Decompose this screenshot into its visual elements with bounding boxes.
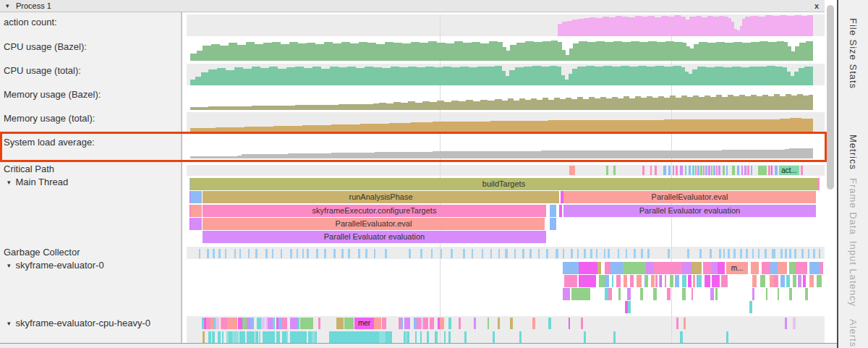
trace-slice[interactable] [550, 218, 556, 230]
skyframe-evaluator-0-event[interactable] [655, 275, 658, 287]
counter-chart-action-count[interactable] [187, 14, 825, 36]
vertical-scrollbar-thumb[interactable] [827, 5, 834, 190]
skyframe-evaluator-0-event[interactable] [653, 262, 660, 274]
garbage-collector-event[interactable] [248, 249, 250, 258]
skyframe-evaluator-cpu-heavy-0-event[interactable] [510, 318, 513, 329]
skyframe-evaluator-0-event[interactable] [675, 275, 679, 287]
skyframe-evaluator-cpu-heavy-0-event[interactable] [222, 318, 227, 329]
skyframe-evaluator-0-event[interactable] [762, 262, 770, 274]
skyframe-evaluator-0-event[interactable] [571, 288, 590, 300]
tab-metrics[interactable]: Metrics [848, 135, 859, 170]
garbage-collector-event[interactable] [571, 249, 573, 258]
skyframe-evaluator-cpu-heavy-0-event[interactable] [464, 331, 467, 343]
skyframe-evaluator-0-event[interactable] [682, 262, 692, 274]
garbage-collector-event[interactable] [207, 249, 209, 258]
skyframe-evaluator-cpu-heavy-0-event[interactable] [286, 331, 288, 343]
garbage-collector-event[interactable] [765, 249, 767, 258]
skyframe-evaluator-0-event[interactable] [640, 288, 643, 300]
garbage-collector-event[interactable] [333, 249, 336, 258]
skyframe-evaluator-cpu-heavy-0-event[interactable] [273, 318, 275, 329]
tab-file-size-stats[interactable]: File Size Stats [848, 18, 859, 89]
expand-arrow-icon[interactable]: ▾ [7, 179, 11, 186]
skyframe-evaluator-cpu-heavy-0-event[interactable] [488, 318, 489, 329]
skyframe-evaluator-cpu-heavy-0-event[interactable] [298, 318, 299, 329]
skyframe-evaluator-0-event[interactable] [786, 275, 790, 287]
garbage-collector-event[interactable] [557, 249, 558, 258]
skyframe-evaluator-cpu-heavy-0-event[interactable] [318, 318, 320, 329]
skyframe-evaluator-0-event[interactable] [698, 275, 702, 287]
skyframe-evaluator-cpu-heavy-0-event[interactable] [386, 331, 392, 343]
critical-path-action-label[interactable]: act... [779, 166, 799, 175]
skyframe-evaluator-0-event[interactable] [693, 275, 695, 287]
skyframe-evaluator-cpu-heavy-0-event[interactable] [726, 331, 728, 343]
skyframe-evaluator-0-event[interactable] [715, 288, 718, 300]
skyframe-evaluator-0-event[interactable] [682, 275, 686, 287]
trace-slice[interactable] [817, 178, 820, 190]
skyframe-evaluator-cpu-heavy-0-event[interactable] [498, 318, 500, 329]
critical-path-event[interactable] [801, 166, 803, 175]
skyframe-evaluator-0-event[interactable] [579, 275, 596, 287]
trace-slice[interactable]: skyframeExecutor.configureTargets [203, 205, 546, 217]
garbage-collector-event[interactable] [618, 249, 619, 258]
garbage-collector-event[interactable] [490, 249, 492, 258]
skyframe-evaluator-cpu-heavy-0-event[interactable] [793, 318, 796, 329]
critical-path-event[interactable] [689, 166, 691, 175]
garbage-collector-event[interactable] [584, 249, 586, 258]
garbage-collector-event[interactable] [774, 249, 775, 258]
skyframe-evaluator-cpu-heavy-0-event[interactable] [420, 331, 422, 343]
skyframe-evaluator-0-event[interactable] [605, 275, 609, 287]
garbage-collector-event[interactable] [723, 249, 725, 258]
skyframe-evaluator-0-event[interactable] [628, 301, 631, 313]
garbage-collector-event[interactable] [808, 249, 809, 258]
skyframe-evaluator-cpu-heavy-0-event[interactable] [329, 331, 334, 343]
skyframe-evaluator-0-event[interactable] [760, 275, 765, 287]
skyframe-evaluator-cpu-heavy-0-event[interactable] [382, 318, 386, 329]
skyframe-evaluator-0-event[interactable] [624, 275, 627, 287]
skyframe-evaluator-cpu-heavy-0-event[interactable] [261, 318, 265, 329]
skyframe-evaluator-cpu-heavy-0-event[interactable] [232, 318, 237, 329]
trace-slice[interactable] [190, 205, 202, 217]
skyframe-evaluator-cpu-heavy-0-event[interactable] [290, 318, 295, 329]
critical-path-event[interactable] [613, 166, 616, 175]
critical-path-event[interactable] [708, 166, 710, 175]
garbage-collector-event[interactable] [239, 249, 241, 258]
skyframe-evaluator-0-event[interactable] [646, 275, 648, 287]
skyframe-evaluator-0-event[interactable] [796, 262, 807, 274]
skyframe-evaluator-cpu-heavy-0-event[interactable] [581, 318, 583, 329]
skyframe-evaluator-cpu-heavy-0-event[interactable] [364, 331, 371, 343]
skyframe-evaluator-0-event[interactable] [671, 262, 682, 274]
skyframe-evaluator-0-event[interactable] [688, 275, 692, 287]
skyframe-evaluator-cpu-heavy-0-event[interactable] [415, 331, 417, 343]
skyframe-evaluator-cpu-heavy-0-event[interactable] [347, 331, 353, 343]
process-header[interactable]: ▾ Process 1 x [0, 0, 825, 12]
trace-slice[interactable] [190, 218, 202, 230]
garbage-collector-event[interactable] [451, 249, 453, 258]
garbage-collector-event[interactable] [420, 249, 422, 258]
skyframe-evaluator-0-event[interactable] [635, 262, 646, 274]
critical-path-event[interactable] [711, 166, 712, 175]
garbage-collector-event[interactable] [385, 249, 387, 258]
skyframe-evaluator-cpu-heavy-0-event[interactable] [448, 331, 451, 343]
skyframe-evaluator-cpu-heavy-0-event[interactable] [336, 318, 344, 329]
counter-chart-memory-usage-bazel[interactable] [187, 88, 825, 110]
garbage-collector-event[interactable] [577, 249, 579, 258]
critical-path-event[interactable] [606, 166, 608, 175]
skyframe-evaluator-0-event[interactable] [692, 288, 693, 300]
skyframe-evaluator-0-event[interactable] [682, 288, 686, 300]
garbage-collector-event[interactable] [255, 249, 258, 258]
critical-path-event[interactable] [775, 166, 778, 175]
expand-arrow-icon[interactable]: ▾ [7, 320, 11, 327]
critical-path-event[interactable] [747, 166, 749, 175]
skyframe-evaluator-0-event[interactable] [774, 275, 778, 287]
skyframe-evaluator-cpu-heavy-0-event[interactable] [272, 331, 275, 343]
skyframe-evaluator-0-event[interactable] [612, 275, 613, 287]
skyframe-evaluator-cpu-heavy-0-event[interactable] [459, 318, 461, 329]
skyframe-evaluator-0-event[interactable] [646, 262, 653, 274]
skyframe-evaluator-0-event[interactable] [793, 275, 796, 287]
skyframe-evaluator-0-event[interactable] [623, 262, 635, 274]
critical-path-event[interactable] [737, 166, 739, 175]
garbage-collector-event[interactable] [498, 249, 500, 258]
garbage-collector-event[interactable] [431, 249, 433, 258]
garbage-collector-event[interactable] [596, 249, 597, 258]
garbage-collector-event[interactable] [752, 249, 754, 258]
